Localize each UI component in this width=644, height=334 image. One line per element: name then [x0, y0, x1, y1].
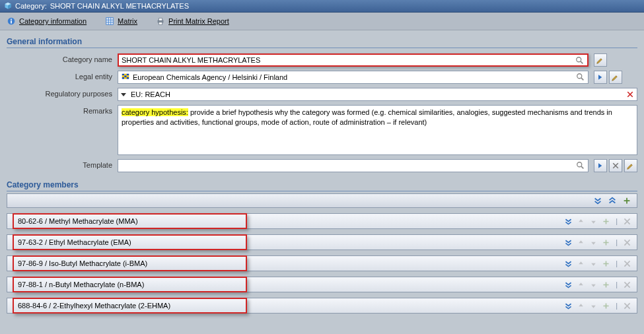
add-after-icon[interactable]: [602, 238, 610, 247]
remarks-highlight: category hypothesis:: [122, 108, 188, 116]
expand-member-icon[interactable]: [564, 259, 573, 268]
pencil-icon: [596, 56, 604, 64]
delete-member-icon[interactable]: [623, 302, 631, 310]
category-name-label: Category name: [7, 53, 112, 63]
clear-template-button[interactable]: [609, 159, 622, 172]
move-down-icon[interactable]: [589, 281, 598, 289]
template-label: Template: [7, 159, 112, 169]
separator: |: [614, 259, 619, 267]
member-name: 97-88-1 / n-Butyl Methacrylate (n-BMA): [13, 277, 247, 292]
legal-entity-field[interactable]: European Chemicals Agency / Helsinki / F…: [118, 71, 589, 84]
expand-member-icon[interactable]: [564, 217, 573, 226]
separator: |: [614, 281, 619, 288]
category-name-value: SHORT CHAIN ALKYL METHACRYLATES: [122, 56, 585, 64]
print-matrix-label: Print Matrix Report: [168, 17, 229, 25]
search-icon[interactable]: [576, 161, 585, 170]
window-titlebar: Category: SHORT CHAIN ALKYL METHACRYLATE…: [0, 0, 644, 13]
member-row[interactable]: 97-88-1 / n-Butyl Methacrylate (n-BMA)|: [7, 277, 637, 292]
title-prefix: Category:: [15, 2, 47, 10]
delete-member-icon[interactable]: [623, 238, 631, 247]
separator: |: [614, 217, 619, 225]
move-down-icon[interactable]: [589, 217, 598, 226]
add-after-icon[interactable]: [602, 281, 610, 289]
move-up-icon[interactable]: [577, 217, 585, 226]
matrix-label: Matrix: [118, 17, 137, 25]
expand-member-icon[interactable]: [564, 281, 573, 289]
separator: |: [614, 238, 619, 246]
move-up-icon[interactable]: [577, 281, 585, 289]
edit-category-name-button[interactable]: [594, 53, 607, 67]
expand-member-icon[interactable]: [564, 238, 573, 247]
members-panel: 80-62-6 / Methyl Methacrylate (MMA)|97-6…: [0, 193, 644, 314]
delete-member-icon[interactable]: [623, 259, 631, 268]
clear-icon[interactable]: [626, 90, 634, 98]
remarks-label: Remarks: [7, 105, 112, 115]
member-controls: |: [564, 238, 631, 247]
member-controls: |: [564, 217, 631, 226]
collapse-all-icon[interactable]: [608, 196, 617, 205]
move-up-icon[interactable]: [577, 238, 585, 247]
expand-member-icon[interactable]: [564, 302, 573, 310]
regulatory-purposes-field[interactable]: EU: REACH: [118, 88, 637, 101]
move-down-icon[interactable]: [589, 259, 598, 268]
legal-entity-value: European Chemicals Agency / Helsinki / F…: [133, 73, 585, 81]
member-controls: |: [564, 281, 631, 289]
matrix-link[interactable]: Matrix: [105, 17, 137, 26]
members-header: [7, 193, 637, 208]
regulatory-purposes-value: EU: REACH: [131, 90, 634, 98]
add-after-icon[interactable]: [602, 302, 610, 310]
regulatory-purposes-label: Regulatory purposes: [7, 88, 112, 98]
member-row[interactable]: 97-63-2 / Ethyl Methacrylate (EMA)|: [7, 234, 637, 250]
x-icon: [612, 162, 620, 170]
member-name: 97-86-9 / Iso-Butyl Methacrylate (i-BMA): [13, 255, 247, 271]
title-name: SHORT CHAIN ALKYL METHACRYLATES: [50, 2, 189, 10]
pencil-icon: [627, 162, 635, 170]
legal-entity-label: Legal entity: [7, 71, 112, 81]
pencil-icon: [612, 73, 620, 81]
print-matrix-link[interactable]: Print Matrix Report: [156, 17, 229, 26]
category-information-link[interactable]: Category information: [7, 17, 87, 26]
arrow-right-icon: [596, 73, 604, 81]
delete-member-icon[interactable]: [623, 217, 631, 226]
member-controls: |: [564, 259, 631, 268]
goto-template-button[interactable]: [594, 159, 607, 172]
remarks-value: category hypothesis: provide a brief hyp…: [122, 108, 633, 127]
category-information-label: Category information: [19, 17, 87, 25]
add-after-icon[interactable]: [602, 217, 610, 226]
info-icon: [7, 17, 16, 26]
cube-icon: [4, 2, 12, 10]
remarks-rest: provide a brief hypothesis why the categ…: [122, 108, 612, 126]
goto-legal-entity-button[interactable]: [594, 71, 607, 84]
printer-icon: [156, 17, 165, 26]
add-member-icon[interactable]: [622, 196, 631, 205]
add-after-icon[interactable]: [602, 259, 610, 268]
toolbar: Category information Matrix Print Matrix…: [0, 13, 644, 30]
grid-icon: [105, 17, 114, 26]
member-name: 688-84-6 / 2-Ethylhexyl Methacrylate (2-…: [13, 298, 247, 314]
dropdown-icon: [121, 93, 126, 96]
search-icon[interactable]: [576, 73, 585, 82]
expand-all-icon[interactable]: [593, 196, 602, 205]
delete-member-icon[interactable]: [623, 281, 631, 289]
move-up-icon[interactable]: [577, 302, 585, 310]
template-field[interactable]: [118, 159, 589, 172]
edit-legal-entity-button[interactable]: [609, 71, 622, 84]
member-controls: |: [564, 302, 631, 310]
member-row[interactable]: 688-84-6 / 2-Ethylhexyl Methacrylate (2-…: [7, 298, 637, 314]
move-down-icon[interactable]: [589, 302, 598, 310]
move-up-icon[interactable]: [577, 259, 585, 268]
section-general-title: General information: [7, 37, 637, 48]
member-row[interactable]: 80-62-6 / Methyl Methacrylate (MMA)|: [7, 213, 637, 229]
member-row[interactable]: 97-86-9 / Iso-Butyl Methacrylate (i-BMA)…: [7, 255, 637, 271]
remarks-field[interactable]: category hypothesis: provide a brief hyp…: [118, 105, 637, 155]
arrow-right-icon: [596, 162, 604, 170]
general-info-grid: Category name SHORT CHAIN ALKYL METHACRY…: [0, 50, 644, 174]
search-icon[interactable]: [575, 56, 585, 65]
member-name: 97-63-2 / Ethyl Methacrylate (EMA): [13, 234, 247, 250]
section-members-title: Category members: [7, 180, 637, 191]
edit-template-button[interactable]: [624, 159, 637, 172]
category-name-field[interactable]: SHORT CHAIN ALKYL METHACRYLATES: [118, 53, 589, 67]
flag-icon: [121, 73, 130, 82]
separator: |: [614, 302, 619, 310]
move-down-icon[interactable]: [589, 238, 598, 247]
